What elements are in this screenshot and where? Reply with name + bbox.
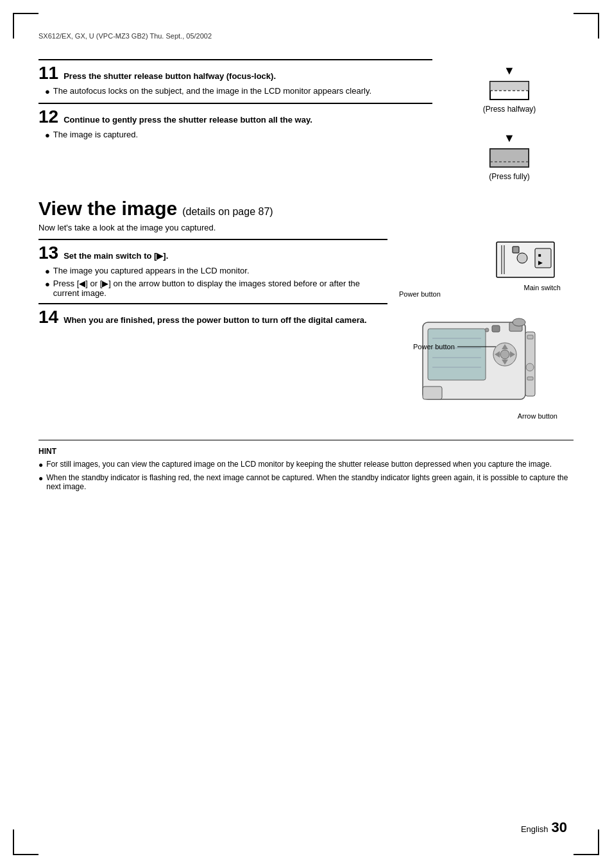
page: SX612/EX, GX, U (VPC-MZ3 GB2) Thu. Sept.…: [0, 0, 612, 868]
bullet-icon-2: ●: [45, 130, 50, 140]
view-image-title: View the image: [38, 198, 177, 220]
svg-rect-5: [490, 149, 529, 167]
corner-mark-tr: [574, 13, 599, 39]
header-text: SX612/EX, GX, U (VPC-MZ3 GB2) Thu. Sept.…: [38, 32, 574, 40]
svg-rect-2: [490, 82, 529, 91]
page-number-area: English 30: [521, 819, 567, 836]
svg-rect-29: [527, 335, 533, 339]
step-13-number: 13: [38, 244, 58, 262]
step-13-bullet-2: Press [◀] or [▶] on the arrow button to …: [53, 279, 387, 298]
svg-rect-9: [535, 248, 551, 268]
step-11-number: 11: [38, 64, 58, 82]
shutter-halfway-diagram: ▼ (Press halfway): [483, 64, 536, 114]
bullet-icon-4: ●: [45, 279, 50, 289]
view-image-subtitle: (details on page 87): [182, 206, 273, 218]
hint-bullet-2: ● When the standby indicator is flashing…: [38, 473, 574, 491]
hint-bullet-1: ● For still images, you can view the cap…: [38, 460, 574, 469]
step-12-number: 12: [38, 108, 58, 126]
step-14: 14 When you are finished, press the powe…: [38, 303, 387, 326]
step-13: 13 Set the main switch to [▶]. ● The ima…: [38, 239, 387, 298]
step-12-bullet-1: The image is captured.: [53, 130, 138, 139]
svg-point-33: [485, 328, 489, 332]
corner-mark-br: [574, 829, 599, 855]
svg-point-30: [526, 363, 534, 371]
step-14-number: 14: [38, 308, 58, 326]
camera-top-svg: ■ ▶: [490, 239, 561, 284]
main-switch-label: Main switch: [524, 284, 561, 291]
bullet-icon-hint-1: ●: [38, 460, 43, 469]
svg-point-12: [517, 253, 527, 263]
view-image-description: Now let's take a look at the image you c…: [38, 223, 574, 232]
svg-rect-26: [492, 326, 500, 332]
shutter-full-diagram: ▼ (Press fully): [487, 132, 532, 181]
page-number: 30: [552, 819, 567, 836]
svg-rect-13: [513, 247, 519, 253]
bullet-icon: ●: [45, 87, 50, 96]
svg-point-32: [513, 318, 525, 326]
corner-mark-bl: [13, 829, 38, 855]
bullet-icon-3: ●: [45, 266, 50, 276]
step-11: 11 Press the shutter release button half…: [38, 59, 432, 96]
corner-mark-tl: [13, 13, 38, 39]
step-11-bullet-1: The autofocus locks on the subject, and …: [53, 86, 371, 96]
page-lang: English: [521, 824, 548, 834]
arrow-button-text: Arrow button: [518, 412, 557, 420]
svg-rect-15: [428, 329, 486, 380]
step-12-diagram-label: (Press fully): [489, 172, 529, 181]
svg-rect-31: [527, 377, 533, 380]
camera-diagram-area: ■ ▶ Main switch Power button: [394, 239, 574, 427]
step-12: 12 Continue to gently press the shutter …: [38, 103, 432, 140]
power-button-label: Power button: [399, 290, 441, 298]
svg-rect-34: [423, 386, 442, 399]
step-11-title: Press the shutter release button halfway…: [64, 71, 276, 81]
svg-point-25: [500, 350, 509, 359]
lower-section: 13 Set the main switch to [▶]. ● The ima…: [38, 239, 574, 427]
power-button-text: Power button: [413, 343, 455, 351]
step-13-bullet-1: The image you captured appears in the LC…: [53, 266, 250, 275]
step-11-diagram-label: (Press halfway): [483, 105, 536, 114]
hint-title: HINT: [38, 447, 574, 456]
step-13-title: Set the main switch to [▶].: [64, 251, 168, 261]
camera-body-svg: [410, 303, 557, 425]
svg-text:■: ■: [538, 252, 541, 258]
svg-text:▶: ▶: [538, 259, 543, 266]
hint-section: HINT ● For still images, you can view th…: [38, 440, 574, 491]
step-14-title: When you are finished, press the power b…: [64, 315, 366, 325]
view-image-section: View the image (details on page 87) Now …: [38, 198, 574, 232]
step-12-title: Continue to gently press the shutter rel…: [64, 115, 312, 125]
bullet-icon-hint-2: ●: [38, 474, 43, 483]
